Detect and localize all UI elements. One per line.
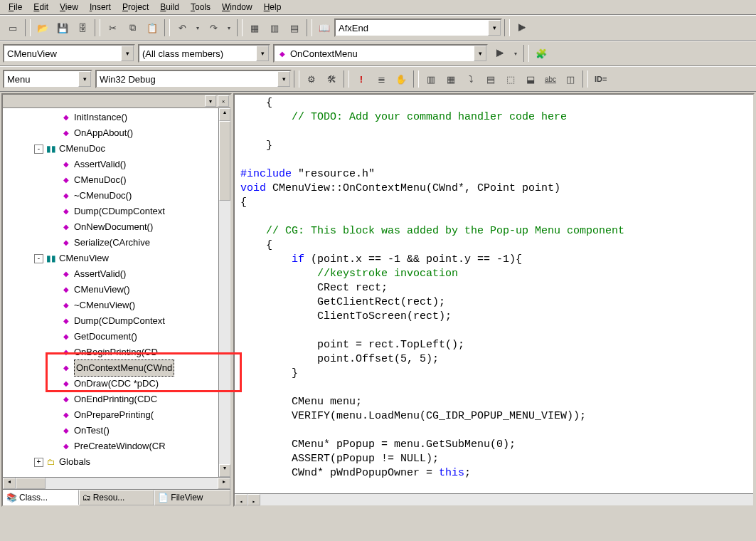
menu-window[interactable]: Window — [216, 1, 258, 14]
code-line[interactable]: ASSERT(pPopup != NULL); — [240, 452, 747, 466]
tree-item[interactable]: ◆InitInstance() — [3, 110, 218, 125]
code-line[interactable]: { — [240, 196, 747, 210]
code-line[interactable] — [240, 381, 747, 395]
code-line[interactable]: { — [240, 96, 747, 110]
undo-dropdown-icon[interactable]: ▾ — [193, 19, 203, 37]
dropdown-arrow-icon[interactable]: ▾ — [277, 71, 290, 87]
debug-window-2-button[interactable]: ▦ — [442, 70, 460, 88]
menu-file[interactable]: File — [3, 1, 28, 14]
dropdown-arrow-icon[interactable]: ▾ — [121, 46, 134, 61]
tree-item[interactable]: ◆OnContextMenu(CWnd — [3, 360, 218, 376]
tree-item[interactable]: +🗀Globals — [3, 454, 218, 470]
menu-insert[interactable]: Insert — [84, 1, 117, 14]
tree-expand-icon[interactable]: - — [34, 145, 43, 154]
code-line[interactable]: // TODO: Add your command handler code h… — [240, 110, 747, 125]
pane-menu-icon[interactable]: ▾ — [205, 95, 216, 107]
active-project-combo[interactable]: Menu ▾ — [3, 70, 92, 88]
code-line[interactable]: GetClientRect(rect); — [240, 295, 747, 310]
tree-item[interactable]: ◆OnDraw(CDC *pDC) — [3, 376, 218, 392]
go-button[interactable]: ⯈ — [513, 19, 531, 37]
copy-button[interactable]: ⧉ — [123, 19, 142, 37]
code-line[interactable]: CWnd* pWndPopupOwner = this; — [240, 466, 747, 480]
workspace-tab[interactable]: 📚Class... — [3, 490, 79, 505]
scroll-left-icon[interactable]: ◂ — [235, 494, 247, 505]
filter-combo[interactable]: (All class members) ▾ — [138, 44, 270, 63]
code-line[interactable] — [240, 153, 747, 167]
tree-item[interactable]: ◆GetDocument() — [3, 329, 218, 345]
code-line[interactable]: // CG: This block was added by the Pop-u… — [240, 224, 747, 238]
scroll-right-icon[interactable]: ▸ — [247, 494, 260, 505]
scroll-right-icon[interactable]: ▸ — [218, 478, 230, 489]
code-line[interactable]: CMenu menu; — [240, 395, 747, 409]
menu-edit[interactable]: Edit — [28, 1, 54, 14]
tree-item[interactable]: ◆AssertValid() — [3, 157, 218, 172]
member-combo[interactable]: ◆ OnContextMenu ▾ — [273, 44, 488, 63]
tree-item[interactable]: ◆OnBeginPrinting(CD — [3, 345, 218, 360]
code-line[interactable] — [240, 424, 747, 438]
code-line[interactable]: ClientToScreen(rect); — [240, 310, 747, 324]
function-combo[interactable]: AfxEnd ▾ — [334, 19, 502, 37]
window-split-button[interactable]: ▤ — [285, 19, 304, 37]
code-line[interactable]: if (point.x == -1 && point.y == -1){ — [240, 253, 747, 267]
debug-window-8-button[interactable]: ◫ — [561, 70, 580, 88]
workspace-tab[interactable]: 📄FileView — [154, 490, 230, 505]
new-file-button[interactable]: ▭ — [4, 19, 22, 37]
menu-tools[interactable]: Tools — [185, 1, 216, 14]
code-line[interactable]: point = rect.TopLeft(); — [240, 338, 747, 352]
build-button[interactable]: 🛠 — [322, 70, 341, 88]
tree-item[interactable]: ◆AssertValid() — [3, 266, 218, 282]
dropdown-arrow-icon[interactable]: ▾ — [256, 46, 269, 61]
code-line[interactable]: } — [240, 367, 747, 381]
tree-vertical-scrollbar[interactable]: ▴ ▾ — [218, 108, 230, 477]
stop-build-button[interactable]: ! — [352, 70, 371, 88]
tree-item[interactable]: ◆CMenuDoc() — [3, 172, 218, 188]
code-line[interactable]: VERIFY(menu.LoadMenu(CG_IDR_POPUP_MENU_V… — [240, 409, 747, 424]
window-tile-button[interactable]: ▦ — [245, 19, 264, 37]
code-editor[interactable]: { // TODO: Add your command handler code… — [233, 93, 755, 507]
code-line[interactable]: } — [240, 139, 747, 153]
class-combo[interactable]: CMenuView ▾ — [3, 44, 135, 63]
code-content[interactable]: { // TODO: Add your command handler code… — [235, 95, 753, 507]
menu-view[interactable]: View — [54, 1, 84, 14]
workspace-tab[interactable]: 🗂Resou... — [79, 490, 155, 505]
scroll-down-icon[interactable]: ▾ — [219, 464, 230, 477]
tree-item[interactable]: ◆OnNewDocument() — [3, 219, 218, 235]
code-line[interactable]: void CMenuView::OnContextMenu(CWnd*, CPo… — [240, 182, 747, 196]
tree-item[interactable]: ◆PreCreateWindow(CR — [3, 438, 218, 454]
tree-item[interactable]: ◆OnAppAbout() — [3, 125, 218, 141]
tree-item[interactable]: ◆CMenuView() — [3, 282, 218, 298]
dropdown-arrow-icon[interactable]: ▾ — [474, 46, 486, 61]
break-button[interactable]: ✋ — [392, 70, 410, 88]
classwizard-button[interactable]: 🧩 — [532, 44, 550, 63]
redo-button[interactable]: ↷ — [204, 19, 223, 37]
wizard-dropdown-icon[interactable]: ▾ — [511, 44, 521, 63]
scroll-left-icon[interactable]: ◂ — [3, 478, 16, 489]
redo-dropdown-icon[interactable]: ▾ — [224, 19, 234, 37]
tree-item[interactable]: ◆Dump(CDumpContext — [3, 204, 218, 219]
wizard-action-button[interactable]: ⯈ — [491, 44, 509, 63]
save-all-button[interactable]: 🗄 — [73, 19, 92, 37]
pane-close-icon[interactable]: × — [218, 95, 229, 107]
code-line[interactable] — [240, 210, 747, 224]
class-tree[interactable]: ◆InitInstance()◆OnAppAbout()-▮▮CMenuDoc◆… — [3, 108, 218, 477]
execute-button[interactable]: ≣ — [372, 70, 390, 88]
tree-item[interactable]: ◆Dump(CDumpContext — [3, 313, 218, 329]
menu-help[interactable]: Help — [258, 1, 287, 14]
code-line[interactable]: CMenu* pPopup = menu.GetSubMenu(0); — [240, 438, 747, 452]
dropdown-arrow-icon[interactable]: ▾ — [488, 20, 501, 36]
debug-window-3-button[interactable]: ⤵ — [462, 70, 480, 88]
code-line[interactable] — [240, 324, 747, 338]
bookmarks-button[interactable]: 📖 — [315, 19, 334, 37]
code-line[interactable]: CRect rect; — [240, 281, 747, 295]
active-config-combo[interactable]: Win32 Debug ▾ — [95, 70, 292, 88]
tree-item[interactable]: ◆OnTest() — [3, 423, 218, 438]
tree-horizontal-scrollbar[interactable]: ◂ ▸ — [3, 477, 230, 489]
undo-button[interactable]: ↶ — [173, 19, 191, 37]
debug-window-7-button[interactable]: abc — [541, 70, 560, 88]
open-button[interactable]: 📂 — [33, 19, 52, 37]
code-line[interactable]: #include "resource.h" — [240, 167, 747, 182]
code-line[interactable]: point.Offset(5, 5); — [240, 352, 747, 367]
compile-button[interactable]: ⚙ — [302, 70, 321, 88]
save-button[interactable]: 💾 — [53, 19, 72, 37]
debug-window-4-button[interactable]: ▤ — [481, 70, 500, 88]
